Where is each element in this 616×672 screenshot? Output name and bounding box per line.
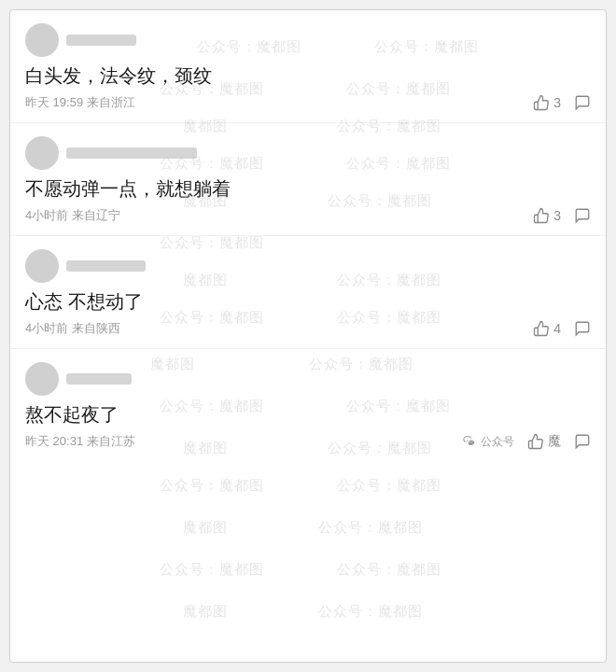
- watermark-text: 公众号：魔都图: [318, 603, 423, 621]
- comment-item: 熬不起夜了 昨天 20:31 来自江苏 公众号: [10, 349, 606, 461]
- watermark-text: 公众号：魔都图: [337, 477, 441, 495]
- user-row: [25, 362, 591, 396]
- meta-row: 昨天 19:59 来自浙江 3: [25, 94, 591, 111]
- like-count: 魔: [548, 433, 561, 450]
- comment-item: 白头发，法令纹，颈纹 昨天 19:59 来自浙江 3: [10, 10, 606, 123]
- comments-list: 白头发，法令纹，颈纹 昨天 19:59 来自浙江 3: [10, 10, 606, 461]
- username-blur: [66, 373, 132, 385]
- like-button[interactable]: 魔: [527, 433, 561, 450]
- thumbs-up-icon: [527, 433, 544, 450]
- comment-meta: 4小时前 来自辽宁: [25, 207, 120, 224]
- like-count: 3: [553, 208, 561, 223]
- username-blur: [66, 35, 136, 46]
- comment-item: 不愿动弹一点，就想躺着 4小时前 来自辽宁 3: [10, 123, 606, 236]
- comment-text: 不愿动弹一点，就想躺着: [25, 175, 591, 202]
- wechat-label: 公众号: [481, 434, 514, 450]
- watermark-text: 公众号：魔都图: [160, 561, 264, 579]
- reply-icon[interactable]: [574, 94, 591, 111]
- avatar: [25, 249, 59, 283]
- reply-icon[interactable]: [574, 433, 591, 450]
- watermark-text: 魔都图: [183, 603, 228, 621]
- wechat-icon: [462, 434, 477, 449]
- thumbs-up-icon: [533, 320, 550, 337]
- thumbs-up-icon: [533, 94, 550, 111]
- watermark-text: 公众号：魔都图: [160, 477, 264, 495]
- comment-item: 心态 不想动了 4小时前 来自陕西 4: [10, 236, 606, 349]
- comment-meta: 昨天 20:31 来自江苏: [25, 433, 135, 450]
- like-button[interactable]: 4: [533, 320, 561, 337]
- username-blur: [66, 147, 197, 159]
- main-container: 公众号：魔都图公众号：魔都图公众号：魔都图公众号：魔都图魔都图公众号：魔都图公众…: [9, 9, 607, 663]
- actions: 4: [533, 320, 591, 337]
- meta-row: 昨天 20:31 来自江苏 公众号: [25, 433, 591, 450]
- like-button[interactable]: 3: [533, 94, 561, 111]
- reply-icon[interactable]: [574, 320, 591, 337]
- like-count: 3: [553, 95, 561, 110]
- user-row: [25, 136, 591, 170]
- wechat-follow: 公众号: [462, 434, 514, 450]
- thumbs-up-icon: [533, 207, 550, 224]
- like-count: 4: [553, 321, 561, 336]
- reply-icon[interactable]: [574, 207, 591, 224]
- actions: 公众号 魔: [462, 433, 591, 450]
- comment-meta: 昨天 19:59 来自浙江: [25, 94, 135, 111]
- actions: 3: [533, 207, 591, 224]
- actions: 3: [533, 94, 591, 111]
- meta-row: 4小时前 来自辽宁 3: [25, 207, 591, 224]
- like-button[interactable]: 3: [533, 207, 561, 224]
- user-row: [25, 249, 591, 283]
- comment-text: 心态 不想动了: [25, 288, 591, 315]
- watermark-text: 公众号：魔都图: [318, 519, 423, 537]
- watermark-text: 魔都图: [183, 519, 228, 537]
- comment-text: 熬不起夜了: [25, 401, 591, 427]
- avatar: [25, 362, 59, 396]
- avatar: [25, 23, 59, 57]
- meta-row: 4小时前 来自陕西 4: [25, 320, 591, 337]
- username-blur: [66, 260, 146, 272]
- watermark-text: 公众号：魔都图: [337, 561, 441, 579]
- user-row: [25, 23, 591, 57]
- avatar: [25, 136, 59, 170]
- comment-meta: 4小时前 来自陕西: [25, 320, 120, 337]
- comment-text: 白头发，法令纹，颈纹: [25, 63, 591, 89]
